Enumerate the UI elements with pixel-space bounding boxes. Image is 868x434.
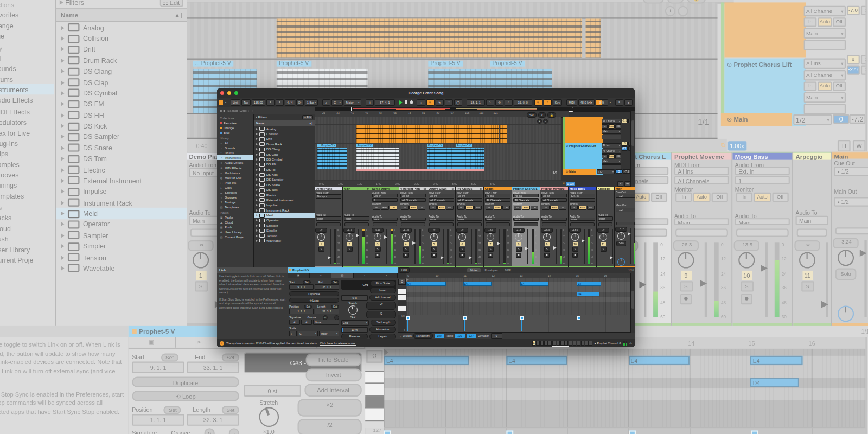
input-menu[interactable]: All Ins bbox=[457, 194, 482, 197]
solo-button[interactable]: S bbox=[544, 247, 550, 252]
loop-start-field[interactable]: 18. 1. 1 bbox=[467, 99, 485, 106]
track-activator-button[interactable]: 6 bbox=[460, 242, 465, 246]
key-cell[interactable] bbox=[569, 341, 572, 346]
chevron-down-icon[interactable]: ▾ bbox=[400, 335, 401, 337]
sidebar-item-collection[interactable]: Orange bbox=[217, 125, 253, 130]
volume-fader[interactable] bbox=[628, 232, 631, 235]
list-item[interactable]: Drum Rack bbox=[254, 142, 315, 146]
tempo-field[interactable]: 135.00 bbox=[252, 99, 265, 106]
monitor-off-button[interactable]: Off bbox=[418, 206, 425, 210]
main-out-menu[interactable]: ▪ 1/2 bbox=[616, 208, 635, 212]
list-item[interactable]: DS Clang bbox=[254, 147, 315, 152]
monitor-off-button[interactable]: Off bbox=[587, 206, 595, 210]
randomize-amount-field[interactable]: 100 bbox=[435, 334, 444, 338]
editor-tab[interactable]: MPE bbox=[502, 268, 514, 272]
loop-icon[interactable]: ⟲ bbox=[495, 99, 503, 106]
pan-knob[interactable] bbox=[571, 233, 579, 241]
volume-fader[interactable] bbox=[497, 242, 500, 245]
list-item[interactable]: Analog bbox=[254, 126, 315, 131]
track-volume-field[interactable]: -7.0 bbox=[622, 119, 628, 123]
velocity-marker[interactable] bbox=[578, 317, 578, 331]
crossfade-box[interactable] bbox=[542, 222, 566, 226]
midi-note[interactable]: E4 bbox=[577, 282, 601, 286]
tempo-leader-icon[interactable]: ⧉ bbox=[563, 182, 565, 186]
note-grid[interactable]: E4E4E4E4D4 bbox=[406, 278, 631, 315]
back-icon[interactable]: ◀ bbox=[219, 108, 222, 112]
channel-menu[interactable]: 1 bbox=[570, 198, 595, 202]
cue-volume-knob[interactable] bbox=[617, 258, 625, 266]
list-item[interactable]: Meld bbox=[254, 213, 315, 218]
volume-fader[interactable] bbox=[384, 235, 387, 239]
nudge-down-icon[interactable]: ⦀ bbox=[266, 99, 275, 106]
key-cell[interactable] bbox=[557, 341, 560, 346]
clip-root-menu[interactable]: C▾ bbox=[298, 331, 318, 336]
sidebar-item[interactable]: ☰ Samples bbox=[217, 190, 253, 195]
expand-arrow-icon[interactable] bbox=[256, 194, 258, 196]
monitor-auto-button[interactable]: Auto bbox=[608, 154, 614, 158]
pan-knob[interactable] bbox=[515, 233, 522, 241]
output-menu[interactable]: Main bbox=[316, 216, 341, 221]
pan-knob[interactable] bbox=[346, 233, 353, 241]
volume-db-field[interactable]: -6.16 bbox=[372, 228, 384, 233]
lines-toggle-icon[interactable]: ≡ bbox=[624, 99, 633, 106]
monitor-off-button[interactable]: Off bbox=[615, 154, 621, 158]
lock-icon[interactable]: 🔒 bbox=[547, 112, 556, 118]
release-notes-link[interactable]: Click here for release notes. bbox=[320, 342, 356, 345]
time-ruler[interactable]: 0:401:001:201:402:002:202:403:003:203:40 bbox=[315, 181, 566, 187]
pan-knob[interactable] bbox=[458, 233, 466, 241]
arm-button[interactable] bbox=[375, 253, 380, 258]
main-track-header[interactable]: ⊙ Main bbox=[563, 169, 596, 175]
list-item[interactable]: Collision bbox=[254, 131, 315, 136]
monitor-auto-button[interactable]: Auto bbox=[522, 206, 529, 210]
quantize-menu[interactable]: 1 Bar▾ bbox=[305, 99, 318, 106]
editor-tab[interactable]: Notes bbox=[467, 268, 481, 272]
pan-knob[interactable] bbox=[430, 233, 438, 241]
clip-header[interactable]: Prophet-5 V bbox=[288, 267, 398, 273]
track-strip[interactable]: Octave Down ◎ MIDI From All Ins All Chan… bbox=[427, 187, 456, 267]
filters-toggle[interactable]: Filters bbox=[256, 116, 267, 119]
monitor-in-button[interactable]: In bbox=[457, 206, 465, 210]
key-map-button[interactable]: Key bbox=[553, 99, 562, 106]
velocity-marker[interactable] bbox=[464, 317, 465, 331]
sidebar-item[interactable]: ♫ Sounds bbox=[217, 145, 253, 150]
empty-lane[interactable] bbox=[315, 117, 561, 125]
follow-button[interactable]: ⊹ bbox=[366, 99, 374, 106]
track-activator-button[interactable]: 10 bbox=[573, 242, 578, 246]
sidebar-item[interactable]: ⬦ Audio Effects bbox=[217, 160, 253, 165]
output-menu[interactable]: Main▾ bbox=[602, 159, 621, 164]
input-menu[interactable]: All Ins bbox=[400, 194, 426, 197]
main-volume-field[interactable]: 0 bbox=[615, 169, 623, 174]
track-volume-field[interactable]: -27.0 bbox=[622, 146, 628, 151]
output-menu[interactable]: Main bbox=[513, 218, 539, 221]
clip-start-field[interactable]: 9. 1. 1 bbox=[289, 284, 314, 290]
list-item[interactable]: Tension bbox=[254, 233, 315, 238]
list-item[interactable]: DS Sampler bbox=[254, 177, 315, 182]
tab-clip[interactable]: ▣ bbox=[288, 273, 310, 278]
double-tempo-button[interactable]: ×2 bbox=[366, 302, 396, 310]
monitor-off-button[interactable]: Off bbox=[446, 206, 454, 210]
track-activator-button[interactable]: 5 bbox=[432, 242, 437, 246]
crossfade-box[interactable] bbox=[457, 222, 482, 226]
volume-fader[interactable] bbox=[328, 256, 331, 259]
output-menu[interactable]: Main bbox=[372, 218, 398, 221]
volume-fader[interactable] bbox=[553, 246, 557, 250]
height-zoom-button[interactable]: H bbox=[617, 181, 623, 187]
expand-arrow-icon[interactable] bbox=[256, 225, 258, 227]
crossfade-box[interactable] bbox=[616, 222, 635, 225]
sidebar-item[interactable]: ▦ Push bbox=[217, 225, 253, 229]
output-menu[interactable]: Main bbox=[429, 218, 454, 221]
sidebar-item[interactable]: ⬚ Plug-Ins bbox=[217, 180, 253, 185]
volume-db-field[interactable]: -13.5 bbox=[569, 228, 581, 233]
midi-clip-selected[interactable]: Prophet-5 V bbox=[356, 144, 399, 169]
sidebar-item[interactable]: ≈ Grooves bbox=[217, 195, 253, 200]
arrangement-position-field[interactable]: 57. 4. 1 bbox=[375, 99, 394, 106]
channel-menu[interactable]: All Channels bbox=[513, 198, 539, 202]
key-row[interactable] bbox=[398, 285, 406, 289]
track-activator-button[interactable]: 1 bbox=[319, 242, 324, 246]
track-header-orange[interactable] bbox=[565, 117, 603, 143]
monitor-off-button[interactable]: Off bbox=[390, 206, 397, 210]
crossfade-box[interactable] bbox=[344, 222, 369, 226]
fold-button[interactable]: Fold bbox=[399, 267, 410, 273]
list-item[interactable]: Drift bbox=[254, 137, 315, 142]
solo-button[interactable]: S bbox=[488, 247, 494, 252]
